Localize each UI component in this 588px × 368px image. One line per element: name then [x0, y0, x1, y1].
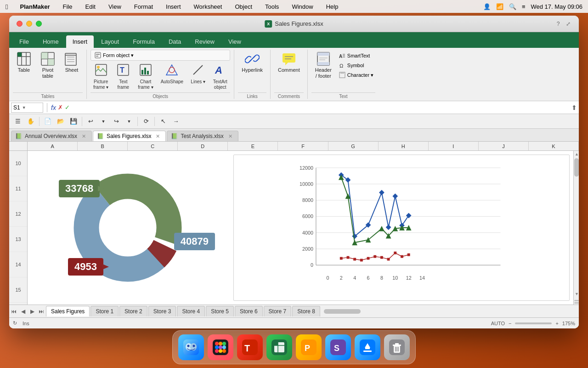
- dock-planmaker[interactable]: [266, 334, 292, 360]
- sheet-tab-store8[interactable]: Store 8: [292, 306, 320, 316]
- picture-frame-button[interactable]: Pictureframe ▾: [90, 62, 111, 92]
- sidebar-toggle-button[interactable]: ☰: [12, 116, 24, 127]
- col-header-b[interactable]: B: [78, 142, 128, 150]
- window-menu[interactable]: Window: [289, 2, 316, 11]
- hand-tool-button[interactable]: ✋: [25, 116, 37, 127]
- scroll-up-arrow[interactable]: ▲: [574, 151, 579, 157]
- vertical-scrollbar[interactable]: ▲ ▼: [573, 151, 579, 305]
- zoom-slider[interactable]: [515, 322, 552, 324]
- search-icon[interactable]: 🔍: [509, 3, 516, 10]
- sheet-content[interactable]: 33768 40879 4953: [28, 151, 573, 305]
- fullscreen-button[interactable]: [36, 21, 42, 27]
- undo-button[interactable]: ↩: [85, 116, 96, 127]
- save-button[interactable]: 💾: [68, 116, 79, 127]
- smarttext-button[interactable]: A SmartText: [337, 52, 375, 60]
- format-menu[interactable]: Format: [131, 2, 156, 11]
- h-scrollbar[interactable]: [321, 308, 579, 315]
- chart-frame-button[interactable]: Chartframe ▾: [135, 62, 156, 92]
- zoom-plus-button[interactable]: +: [555, 321, 558, 326]
- app-menu-planmaker[interactable]: PlanMaker: [17, 2, 52, 11]
- tab-layout[interactable]: Layout: [95, 35, 125, 48]
- sheet-nav-last[interactable]: ⏭: [37, 307, 46, 316]
- col-header-i[interactable]: I: [429, 142, 479, 150]
- tools-menu[interactable]: Tools: [262, 2, 282, 11]
- col-header-g[interactable]: G: [328, 142, 379, 150]
- cell-reference-box[interactable]: S1 ▼: [11, 103, 43, 113]
- scroll-down-arrow[interactable]: ▼: [574, 291, 579, 297]
- cursor-button[interactable]: ↖: [157, 116, 169, 127]
- doc-tab-test[interactable]: 📗 Test Analysis.xlsx ✕: [167, 131, 238, 141]
- sheet-nav-prev[interactable]: ◀: [18, 307, 28, 316]
- expand-button[interactable]: ⤢: [565, 21, 571, 27]
- col-header-f[interactable]: F: [278, 142, 328, 150]
- file-menu[interactable]: File: [60, 2, 75, 11]
- sheet-tab-store3[interactable]: Store 3: [148, 306, 176, 316]
- apple-menu[interactable]: : [6, 3, 8, 11]
- dock-launchpad[interactable]: [208, 334, 233, 360]
- worksheet-menu[interactable]: Worksheet: [191, 2, 225, 11]
- character-button[interactable]: Character ▾: [337, 71, 375, 79]
- autoshape-button[interactable]: AutoShape: [158, 62, 187, 86]
- formula-confirm-icon[interactable]: ✓: [65, 104, 70, 111]
- notification-icon[interactable]: ≡: [522, 3, 526, 10]
- sheet-tab-store5[interactable]: Store 5: [206, 306, 234, 316]
- dock-downloads[interactable]: [355, 334, 380, 360]
- form-object-button[interactable]: Form object ▾: [90, 50, 230, 61]
- formula-expand-icon[interactable]: ⬆: [571, 104, 577, 111]
- dock-textmaker[interactable]: T: [237, 334, 263, 360]
- formula-fx-icon[interactable]: fx: [51, 104, 56, 111]
- help-menu[interactable]: Help: [323, 2, 341, 11]
- new-button[interactable]: 📄: [42, 116, 54, 127]
- edit-menu[interactable]: Edit: [82, 2, 98, 11]
- sheet-tab-store6[interactable]: Store 6: [235, 306, 263, 316]
- doc-tab-test-close[interactable]: ✕: [228, 133, 232, 139]
- donut-chart[interactable]: 33768 40879 4953: [31, 155, 224, 301]
- minimize-button[interactable]: [26, 21, 32, 27]
- tab-review[interactable]: Review: [188, 35, 221, 48]
- col-header-h[interactable]: H: [379, 142, 429, 150]
- help-button[interactable]: ?: [555, 21, 561, 27]
- tab-insert[interactable]: Insert: [66, 35, 94, 48]
- sheet-nav-next[interactable]: ▶: [28, 307, 37, 316]
- col-header-a[interactable]: A: [28, 142, 78, 150]
- zoom-minus-button[interactable]: −: [509, 321, 511, 326]
- table-button[interactable]: Table: [13, 50, 35, 75]
- tab-home[interactable]: Home: [36, 35, 65, 48]
- sheet-tab-store1[interactable]: Store 1: [90, 306, 119, 316]
- redo-dropdown[interactable]: ▼: [123, 116, 135, 127]
- col-header-e[interactable]: E: [228, 142, 278, 150]
- doc-tab-sales[interactable]: 📗 Sales Figures.xlsx ✕: [93, 131, 166, 141]
- sheet-tab-sales-figures[interactable]: Sales Figures: [46, 306, 90, 316]
- line-chart[interactable]: 12000 10000 8000 6000 4000 2000 0 0 2 4 …: [233, 155, 570, 301]
- cell-ref-dropdown-icon[interactable]: ▼: [22, 105, 26, 110]
- lines-button[interactable]: Lines ▾: [188, 62, 208, 86]
- dock-slides[interactable]: S: [325, 334, 351, 360]
- doc-tab-sales-close[interactable]: ✕: [156, 133, 160, 139]
- tab-data[interactable]: Data: [162, 35, 187, 48]
- tab-file[interactable]: File: [13, 35, 35, 48]
- doc-tab-annual[interactable]: 📗 Annual Overview.xlsx ✕: [11, 131, 92, 141]
- dock-presentations[interactable]: P: [296, 334, 322, 360]
- sheet-button[interactable]: Sheet: [61, 50, 83, 75]
- formula-input[interactable]: [72, 103, 570, 113]
- doc-tab-annual-close[interactable]: ✕: [82, 133, 86, 139]
- redo-button[interactable]: ↪: [110, 116, 122, 127]
- close-button[interactable]: [17, 21, 23, 27]
- status-refresh-icon[interactable]: ↻: [13, 320, 17, 326]
- hyperlink-button[interactable]: Hyperlink: [238, 50, 266, 75]
- formula-cancel-icon[interactable]: ✗: [58, 104, 63, 111]
- sheet-tab-store4[interactable]: Store 4: [177, 306, 205, 316]
- h-scrollbar-thumb[interactable]: [324, 309, 361, 314]
- view-menu[interactable]: View: [106, 2, 124, 11]
- insert-menu[interactable]: Insert: [163, 2, 184, 11]
- arrow-button[interactable]: →: [170, 116, 182, 127]
- tab-view[interactable]: View: [222, 35, 248, 48]
- textart-button[interactable]: A TextArtobject: [210, 62, 230, 92]
- open-button[interactable]: 📂: [55, 116, 67, 127]
- text-frame-button[interactable]: T Textframe: [113, 62, 133, 92]
- tab-formula[interactable]: Formula: [126, 35, 161, 48]
- sheet-nav-first[interactable]: ⏮: [9, 307, 18, 316]
- comment-button[interactable]: Comment: [274, 50, 304, 75]
- pivot-table-button[interactable]: Pivottable: [37, 50, 59, 81]
- header-footer-button[interactable]: Header/ footer: [311, 50, 335, 81]
